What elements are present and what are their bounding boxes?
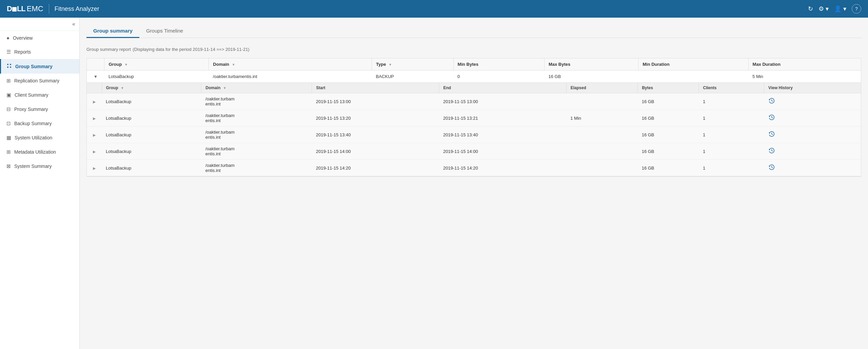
inner-table-cell: Group ▼ Domain ▼ Start <box>87 82 861 176</box>
app-header: DLL EMC Fitness Analyzer ↻ ⚙ ▾ 👤 ▾ ? <box>0 0 868 18</box>
inner-chevron-right[interactable]: ▶ <box>91 99 98 104</box>
inner-view-history-cell[interactable] <box>764 143 861 160</box>
user-icon[interactable]: 👤 ▾ <box>834 5 846 13</box>
collapse-button[interactable]: « <box>72 21 75 27</box>
help-icon[interactable]: ? <box>852 4 861 14</box>
sidebar-item-system-summary[interactable]: ⊠ System Summary <box>0 159 79 173</box>
inner-expand-cell[interactable]: ▶ <box>87 143 102 160</box>
inner-view-history-cell[interactable] <box>764 110 861 127</box>
max-duration-col-header: Max Duration <box>748 58 861 71</box>
inner-table-header-row: Group ▼ Domain ▼ Start <box>87 83 861 93</box>
expand-cell[interactable]: ▼ <box>87 71 104 83</box>
header-left: DLL EMC Fitness Analyzer <box>7 4 99 14</box>
inner-table: Group ▼ Domain ▼ Start <box>87 82 861 176</box>
sidebar-item-system-utilization[interactable]: ▦ System Utilization <box>0 131 79 145</box>
inner-group-cell: LotsaBackup <box>102 110 201 127</box>
sidebar-item-proxy-summary[interactable]: ⊟ Proxy Summary <box>0 102 79 116</box>
group-summary-icon <box>6 63 12 70</box>
refresh-icon[interactable]: ↻ <box>808 5 813 13</box>
inner-view-history-cell[interactable] <box>764 160 861 176</box>
inner-chevron-right[interactable]: ▶ <box>91 116 98 121</box>
sidebar-item-label: Proxy Summary <box>14 106 48 112</box>
report-title: Group summary report (Displaying data fo… <box>86 45 861 53</box>
view-history-icon[interactable] <box>768 133 775 138</box>
inner-bytes-col-header: Bytes <box>638 83 699 93</box>
min-duration-col-header: Min Duration <box>638 58 748 71</box>
client-icon: ▣ <box>6 92 11 98</box>
sidebar-item-reports[interactable]: ☰ Reports <box>0 45 79 59</box>
tab-groups-timeline[interactable]: Groups Timeline <box>139 24 190 38</box>
sidebar-item-label: Metadata Utilization <box>14 149 56 155</box>
view-history-icon[interactable] <box>768 149 775 155</box>
inner-view-history-cell[interactable] <box>764 127 861 143</box>
inner-expand-cell[interactable]: ▶ <box>87 160 102 176</box>
domain-sort-icon: ▼ <box>232 63 235 66</box>
inner-domain-cell: /oaktier.turbamentis.int <box>201 127 312 143</box>
sidebar-item-label: Reports <box>14 49 31 55</box>
sidebar-item-label: System Utilization <box>15 135 52 140</box>
sidebar-item-metadata-utilization[interactable]: ⊞ Metadata Utilization <box>0 145 79 159</box>
tab-bar: Group summary Groups Timeline <box>86 24 861 38</box>
view-history-icon[interactable] <box>768 116 775 122</box>
sidebar-item-label: Replication Summary <box>14 78 59 83</box>
inner-table-data-row: ▶ LotsaBackup /oaktier.turbamentis.int 2… <box>87 110 861 127</box>
brand-logo: DLL EMC <box>7 4 43 13</box>
backup-icon: ⊡ <box>6 120 11 127</box>
inner-start-cell: 2019-11-15 14:00 <box>312 143 439 160</box>
expand-chevron-down[interactable]: ▼ <box>91 73 100 80</box>
inner-domain-col-header[interactable]: Domain ▼ <box>201 83 312 93</box>
inner-chevron-right[interactable]: ▶ <box>91 149 98 154</box>
inner-clients-col-header: Clients <box>699 83 764 93</box>
tab-group-summary[interactable]: Group summary <box>86 24 139 38</box>
inner-group-cell: LotsaBackup <box>102 160 201 176</box>
sidebar-item-backup-summary[interactable]: ⊡ Backup Summary <box>0 116 79 131</box>
inner-expand-cell[interactable]: ▶ <box>87 110 102 127</box>
app-layout: « ● Overview ☰ Reports Group Summary ⊞ R… <box>0 18 868 349</box>
dell-logo: DLL <box>7 4 25 13</box>
view-history-icon[interactable] <box>768 166 775 172</box>
expand-col-header <box>87 58 104 71</box>
inner-start-col-header: Start <box>312 83 439 93</box>
inner-end-cell: 2019-11-15 14:20 <box>439 160 566 176</box>
outer-table: Group ▼ Domain ▼ Type ▼ Min Bytes Max By… <box>87 58 861 176</box>
sidebar-item-client-summary[interactable]: ▣ Client Summary <box>0 88 79 102</box>
inner-table-data-row: ▶ LotsaBackup /oaktier.turbamentis.int 2… <box>87 160 861 176</box>
inner-group-cell: LotsaBackup <box>102 93 201 110</box>
group-col-header[interactable]: Group ▼ <box>104 58 209 71</box>
inner-start-cell: 2019-11-15 13:20 <box>312 110 439 127</box>
main-content: Group summary Groups Timeline Group summ… <box>80 18 868 349</box>
sidebar-item-group-summary[interactable]: Group Summary <box>0 59 79 74</box>
inner-view-history-cell[interactable] <box>764 93 861 110</box>
min-duration-cell <box>638 71 748 83</box>
emc-logo: EMC <box>27 4 43 13</box>
sidebar-item-label: System Summary <box>14 163 52 169</box>
inner-group-sort-icon: ▼ <box>121 86 124 90</box>
inner-group-cell: LotsaBackup <box>102 143 201 160</box>
svg-point-0 <box>7 64 8 65</box>
inner-start-cell: 2019-11-15 14:20 <box>312 160 439 176</box>
sidebar-item-label: Overview <box>13 35 33 41</box>
sidebar-item-replication-summary[interactable]: ⊞ Replication Summary <box>0 74 79 88</box>
type-cell: BACKUP <box>372 71 454 83</box>
inner-expand-cell[interactable]: ▶ <box>87 93 102 110</box>
header-divider <box>49 4 49 14</box>
inner-chevron-right[interactable]: ▶ <box>91 166 98 171</box>
inner-group-col-header[interactable]: Group ▼ <box>102 83 201 93</box>
inner-elapsed-col-header: Elapsed <box>566 83 637 93</box>
table-row: ▼ LotsaBackup /oaktier.turbamentis.int B… <box>87 71 861 83</box>
inner-table-data-row: ▶ LotsaBackup /oaktier.turbamentis.int 2… <box>87 127 861 143</box>
type-sort-icon: ▼ <box>389 63 392 66</box>
system-util-icon: ▦ <box>6 135 11 141</box>
sidebar-item-overview[interactable]: ● Overview <box>0 31 79 45</box>
svg-point-2 <box>7 66 8 68</box>
type-col-header[interactable]: Type ▼ <box>372 58 454 71</box>
view-history-icon[interactable] <box>768 99 775 105</box>
inner-domain-cell: /oaktier.turbamentis.int <box>201 143 312 160</box>
inner-expand-cell[interactable]: ▶ <box>87 127 102 143</box>
inner-clients-cell: 1 <box>699 143 764 160</box>
settings-icon[interactable]: ⚙ ▾ <box>818 5 829 13</box>
group-cell: LotsaBackup <box>104 71 209 83</box>
inner-chevron-right[interactable]: ▶ <box>91 132 98 138</box>
max-bytes-col-header: Max Bytes <box>544 58 638 71</box>
domain-col-header[interactable]: Domain ▼ <box>209 58 372 71</box>
